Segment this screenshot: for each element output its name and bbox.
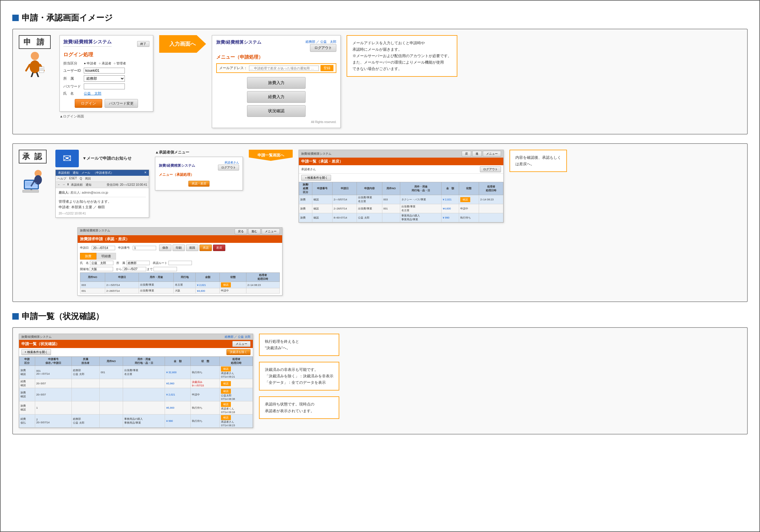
email-body: 管理者よりお知らせがあります。 申請者: 本部第１主要 ／ 柳田 bbox=[59, 199, 146, 210]
detail-venue-input[interactable] bbox=[90, 267, 113, 271]
callout1-box: メールアドレスを入力しておくと申請時や 承認時にメールが届きます。 ※メールサー… bbox=[347, 35, 457, 77]
password-input[interactable] bbox=[84, 83, 125, 89]
col-content: 申請内容 bbox=[357, 182, 382, 195]
email-register-button[interactable]: 登録 bbox=[320, 65, 333, 71]
email-content: 差出人: 差出人: admin@scos.co.jp 管理者よりお知らせがありま… bbox=[56, 188, 149, 218]
radio-applicant[interactable]: ● 申請者 bbox=[84, 61, 96, 66]
detail-back-btn[interactable]: 戻る bbox=[235, 228, 247, 234]
detail-forward-btn[interactable]: 進む bbox=[248, 228, 261, 234]
login-buttons: ログイン パスワード変更 bbox=[63, 99, 149, 108]
mail-notify-label: ▼メールで申請のお知らせ bbox=[82, 156, 131, 161]
detail-from-date[interactable] bbox=[123, 267, 146, 271]
exclude-paid-btn[interactable]: 決裁済を除く bbox=[226, 349, 251, 355]
col-case-no: 用件NO bbox=[382, 182, 400, 195]
detail-return-btn[interactable]: 差戻 bbox=[213, 245, 225, 251]
email-header: 差出人: 差出人: admin@scos.co.jp bbox=[59, 190, 146, 197]
detail-print-btn[interactable]: 印刷 bbox=[172, 245, 185, 251]
menu-footer: All Rights reserved. bbox=[216, 121, 336, 123]
detail-date-input[interactable] bbox=[92, 246, 115, 250]
status-search-btn[interactable]: + 検索条件を開く bbox=[22, 349, 51, 355]
approval-menu-subtitle: メニュー（承認処理） bbox=[159, 172, 239, 177]
request-logout-btn[interactable]: ログアウト bbox=[480, 167, 501, 172]
section1-square-icon bbox=[12, 15, 19, 21]
email-body-line2: 申請者: 本部第１主要 ／ 柳田 bbox=[59, 205, 146, 210]
detail-dept-input[interactable] bbox=[126, 261, 150, 265]
dept-select[interactable]: 総務部 bbox=[84, 75, 125, 82]
svg-line-5 bbox=[37, 73, 38, 77]
email-input[interactable] bbox=[249, 66, 319, 71]
keihi-input-button[interactable]: 経費入力 bbox=[247, 91, 306, 103]
status-confirm-3[interactable]: 確認 bbox=[221, 389, 231, 394]
detail-name-input[interactable] bbox=[90, 261, 114, 265]
request-list-titlebar: 旅費/経費精算システム 戻 進 メニュー bbox=[299, 150, 503, 158]
status-confirm-5[interactable]: 確認 bbox=[221, 415, 231, 420]
status-confirm-1[interactable]: 確認 bbox=[221, 366, 231, 371]
approval-menu-col: ▲承認者側メニュー 旅費/経費精算システム 承認者さん ログアウト メニュー（承… bbox=[155, 150, 243, 190]
status-confirm-2[interactable]: 確認 bbox=[221, 381, 231, 386]
tab-meiho[interactable]: 明細書 bbox=[96, 253, 116, 260]
detail-save-btn[interactable]: 保存 bbox=[159, 245, 171, 251]
login-row-name: 氏 名 公益 太郎 bbox=[63, 91, 149, 96]
login-button[interactable]: ログイン bbox=[75, 99, 102, 108]
detail-items-header: 用件NO 申請日 用件・用途 同行地 金額 状態 処理者処理日時 bbox=[80, 273, 280, 282]
email-toolbar: ヘルプ ESET Q 周回 bbox=[56, 176, 149, 182]
request-search-bar: ＋検索条件を開く bbox=[299, 174, 503, 182]
menu-button[interactable]: メニュー bbox=[483, 151, 501, 157]
list-item: 旅費確認 20○5/07 ¥ 2,021 申請中 確認公益太郎07/14 08:… bbox=[19, 388, 253, 401]
userid-input[interactable] bbox=[84, 68, 125, 73]
status-menu-btn[interactable]: メニュー bbox=[232, 341, 251, 347]
detail-route-input[interactable] bbox=[168, 261, 192, 265]
detail-route-row: 承認ルート bbox=[153, 261, 192, 265]
mail-header-row: ✉ ▼メールで申請のお知らせ bbox=[55, 150, 131, 167]
login-row-role: 担当区分 ● 申請者 ○ 承認者 ○ bbox=[63, 61, 149, 66]
list-item: 003 2○○5/07/14 出張費/事業 名古屋 ¥ 2,021 確認 2○1… bbox=[80, 282, 280, 288]
approval-menu-mock: 旅費/経費精算システム 承認者さん ログアウト メニュー（承認処理） 承認・差戻 bbox=[155, 157, 243, 190]
radio-admin[interactable]: ○ 管理者 bbox=[114, 61, 126, 66]
status-list-thead: 申請区分 申請番号保存／申請日 所属担当者 用件NO 用件・用途同行地・品・日 … bbox=[19, 357, 253, 366]
ryohi-input-button[interactable]: 旅費入力 bbox=[247, 77, 306, 89]
detail-subtitle: 旅費請求申請（承認・差戻） bbox=[78, 235, 282, 243]
section1-title: 申請・承認画面イメージ bbox=[22, 12, 113, 24]
approval-label: 承 認 bbox=[19, 150, 47, 164]
status-confirm-button[interactable]: 状況確認 bbox=[247, 105, 306, 117]
request-list-top-btns: 戻 進 メニュー bbox=[462, 151, 501, 157]
status-list-subheader: 申請一覧（状況確認） メニュー bbox=[19, 340, 253, 348]
detail-menu-btn[interactable]: メニュー bbox=[261, 228, 280, 234]
detail-approve-btn[interactable]: 承認 bbox=[200, 245, 212, 251]
approval-logout-button[interactable]: ログアウト bbox=[218, 165, 239, 170]
request-list-mock: 旅費/経費精算システム 戻 進 メニュー 申請一覧（承認・差戻） 承認者さん ロ… bbox=[299, 150, 504, 223]
menu-subtitle: メニュー（申請処理） bbox=[216, 54, 336, 60]
approval-person-icon bbox=[21, 165, 45, 195]
request-list-col: 旅費/経費精算システム 戻 進 メニュー 申請一覧（承認・差戻） 承認者さん ロ… bbox=[299, 150, 504, 223]
status-list-toolbar: + 検索条件を開く 決裁済を除く bbox=[19, 348, 253, 357]
confirm-btn-1[interactable]: 確認 bbox=[460, 197, 470, 202]
search-expand-button[interactable]: ＋検索条件を開く bbox=[301, 175, 331, 181]
logout-button[interactable]: ログアウト bbox=[310, 44, 336, 52]
detail-name-row: 氏 名 bbox=[80, 261, 114, 265]
detail-confirm-btn[interactable]: 確認 bbox=[221, 282, 231, 287]
status-confirm-4[interactable]: 確認 bbox=[221, 402, 231, 407]
back-button[interactable]: 戻 bbox=[462, 151, 471, 157]
name-value[interactable]: 公益 太郎 bbox=[84, 91, 101, 96]
detail-to-date[interactable] bbox=[154, 267, 177, 271]
approval-action-button[interactable]: 承認・差戻 bbox=[188, 181, 210, 187]
role-label: 担当区分 bbox=[63, 61, 84, 66]
menu-system-title: 旅費/経費精算システム bbox=[216, 39, 261, 45]
section3-title: 申請一覧（状況確認） bbox=[22, 311, 104, 322]
radio-approver[interactable]: ○ 承認者 bbox=[99, 61, 111, 66]
col-processor: 処理者処理日時 bbox=[479, 182, 503, 195]
tab-ryohi[interactable]: 旅費 bbox=[80, 253, 96, 260]
radio-checked-icon: ● bbox=[84, 62, 86, 65]
approval-menu-label: ▲承認者側メニュー bbox=[155, 150, 189, 155]
login-row-dept: 所 属 総務部 bbox=[63, 75, 149, 82]
detail-prev-btn[interactable]: 前回 bbox=[186, 245, 198, 251]
request-list-title: 旅費/経費精算システム bbox=[301, 152, 331, 156]
section2-content-box: 承 認 bbox=[12, 143, 748, 302]
login-row-password: パスワード bbox=[63, 83, 149, 89]
radio-unchecked-icon: ○ bbox=[99, 62, 101, 65]
forward-button[interactable]: 進 bbox=[472, 151, 482, 157]
detail-num-input[interactable] bbox=[133, 246, 156, 250]
password-change-button[interactable]: パスワード変更 bbox=[105, 99, 138, 108]
status-list-title: 旅費/経費精算システム bbox=[22, 335, 52, 339]
login-end-button[interactable]: 終了 bbox=[137, 41, 149, 47]
